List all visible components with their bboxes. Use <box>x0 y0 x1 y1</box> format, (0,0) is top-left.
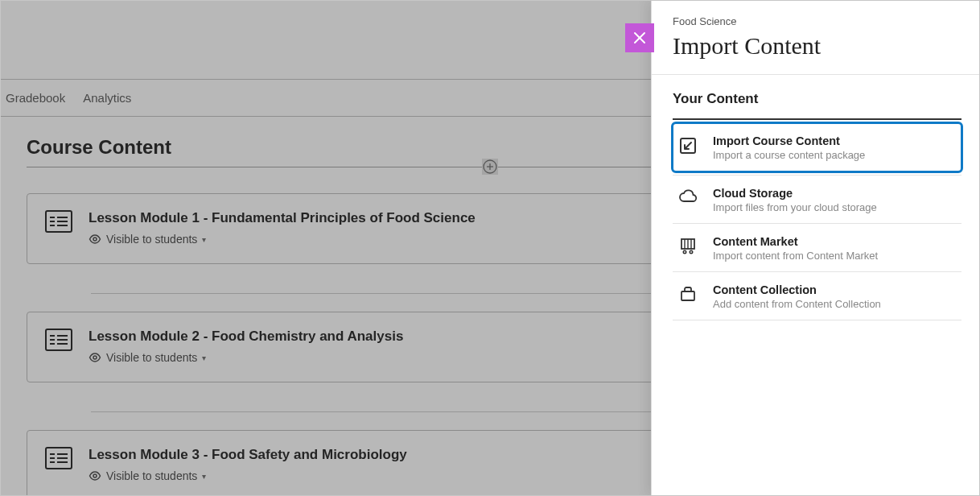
import-options-list: Import Course Content Import a course co… <box>673 123 961 320</box>
collection-icon <box>677 283 698 303</box>
svg-point-26 <box>93 474 97 477</box>
option-title: Import Course Content <box>713 134 865 147</box>
option-import-course-content[interactable]: Import Course Content Import a course co… <box>673 123 961 172</box>
section-heading: Your Content <box>673 91 961 120</box>
module-icon <box>45 447 72 469</box>
eye-icon <box>89 353 101 362</box>
visibility-label: Visible to students <box>106 351 197 364</box>
option-title: Content Market <box>713 235 878 248</box>
import-icon <box>677 134 698 155</box>
svg-point-10 <box>93 238 97 241</box>
option-title: Content Collection <box>713 283 881 296</box>
panel-title: Import Content <box>673 32 958 60</box>
eye-icon <box>89 471 101 481</box>
option-desc: Import a course content package <box>713 149 865 161</box>
panel-breadcrumb: Food Science <box>673 15 958 27</box>
cart-icon <box>677 235 698 254</box>
module-title: Lesson Module 1 - Fundamental Principles… <box>89 210 476 226</box>
add-content-icon[interactable] <box>482 159 498 175</box>
close-button[interactable] <box>625 23 654 52</box>
module-icon <box>45 329 72 351</box>
svg-point-18 <box>93 356 97 359</box>
visibility-toggle[interactable]: Visible to students ▾ <box>89 469 206 482</box>
module-title: Lesson Module 2 - Food Chemistry and Ana… <box>89 329 403 345</box>
chevron-down-icon: ▾ <box>202 472 206 481</box>
svg-point-35 <box>690 250 692 253</box>
svg-point-34 <box>683 250 686 253</box>
visibility-label: Visible to students <box>106 233 197 246</box>
visibility-label: Visible to students <box>106 469 197 482</box>
option-desc: Add content from Content Collection <box>713 298 881 310</box>
module-title: Lesson Module 3 - Food Safety and Microb… <box>89 447 407 463</box>
module-icon <box>45 210 72 233</box>
chevron-down-icon: ▾ <box>202 235 206 244</box>
option-content-collection[interactable]: Content Collection Add content from Cont… <box>673 272 961 320</box>
tab-gradebook[interactable]: Gradebook <box>6 91 65 105</box>
svg-rect-36 <box>681 291 694 300</box>
option-content-market[interactable]: Content Market Import content from Conte… <box>673 224 961 272</box>
visibility-toggle[interactable]: Visible to students ▾ <box>89 233 206 246</box>
option-desc: Import content from Content Market <box>713 250 878 262</box>
tab-analytics[interactable]: Analytics <box>83 91 131 105</box>
option-desc: Import files from your cloud storage <box>713 201 877 213</box>
option-cloud-storage[interactable]: Cloud Storage Import files from your clo… <box>673 175 961 224</box>
chevron-down-icon: ▾ <box>202 353 206 362</box>
visibility-toggle[interactable]: Visible to students ▾ <box>89 351 206 364</box>
option-title: Cloud Storage <box>713 187 877 200</box>
close-icon <box>632 31 647 45</box>
eye-icon <box>89 234 101 244</box>
cloud-icon <box>677 187 698 205</box>
import-content-panel: Food Science Import Content Your Content… <box>651 1 979 495</box>
